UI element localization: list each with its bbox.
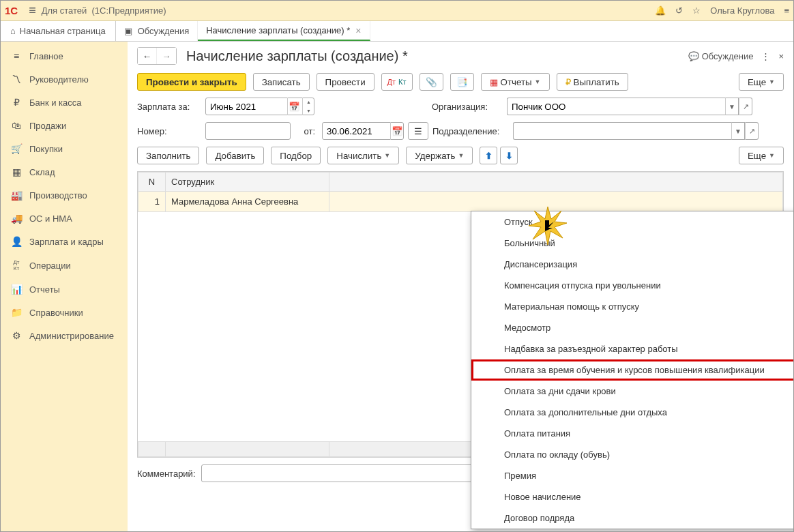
logo-1c: 1C [5, 5, 18, 16]
sidebar-item-operations[interactable]: ДтКтОперации [1, 253, 128, 278]
main-icon: ≡ [10, 50, 23, 61]
tab-active[interactable]: Начисление зарплаты (создание) * × [198, 21, 370, 41]
sidebar-item-production[interactable]: 🏭Производство [1, 183, 128, 207]
star-icon[interactable]: ☆ [692, 5, 701, 16]
sidebar-item-purchases[interactable]: 🛒Покупки [1, 137, 128, 160]
dropdown-item[interactable]: Договор подряда [471, 507, 793, 529]
user-name[interactable]: Ольга Круглова [710, 5, 774, 16]
save-button[interactable]: Записать [253, 73, 310, 91]
accrue-button[interactable]: Начислить ▼ [327, 147, 399, 164]
dept-dropdown-icon[interactable]: ▼ [731, 122, 745, 140]
dept-input[interactable] [513, 122, 731, 140]
spin-down[interactable]: ▼ [303, 106, 314, 115]
dropdown-item[interactable]: Оплата за дни сдачи крови [471, 381, 793, 402]
sidebar-item-catalogs[interactable]: 📁Справочники [1, 301, 128, 324]
dropdown-item[interactable]: Премия [471, 465, 793, 486]
registers-button[interactable]: 📑 [450, 73, 474, 91]
close-page-icon[interactable]: × [778, 51, 784, 61]
table-more-button[interactable]: Еще ▼ [739, 147, 784, 164]
dropdown-item[interactable]: Новое начисление [471, 486, 793, 507]
folder-icon: 📁 [10, 307, 23, 318]
home-tab[interactable]: ⌂ Начальная страница [1, 21, 115, 41]
dropdown-item[interactable]: Диспансеризация [471, 254, 793, 275]
dropdown-item[interactable]: Оплата питания [471, 423, 793, 444]
person-icon: 👤 [10, 236, 23, 247]
dropdown-item[interactable]: Больничный [471, 233, 793, 254]
calendar-icon[interactable]: 📅 [287, 98, 301, 115]
col-n[interactable]: N [138, 173, 166, 192]
post-button[interactable]: Провести [317, 73, 374, 91]
sidebar-item-reports[interactable]: 📊Отчеты [1, 278, 128, 301]
sidebar-item-main[interactable]: ≡Главное [1, 44, 128, 68]
reports-button[interactable]: ▦ Отчеты ▼ [481, 73, 550, 91]
history-icon[interactable]: ↺ [675, 5, 683, 16]
col-extra[interactable] [329, 173, 783, 192]
org-dropdown-icon[interactable]: ▼ [725, 98, 739, 115]
comment-label: Комментарий: [137, 469, 196, 479]
back-button[interactable]: ← [138, 48, 157, 64]
date-calendar-icon[interactable]: 📅 [390, 122, 404, 140]
move-up-button[interactable]: ⬆ [480, 147, 497, 164]
home-icon: ⌂ [10, 26, 16, 36]
sidebar-item-warehouse[interactable]: ▦Склад [1, 160, 128, 183]
content: ← → Начисление зарплаты (создание) * 💬 О… [128, 42, 793, 531]
org-input[interactable] [507, 98, 725, 115]
dropdown-item[interactable]: Оплата за время обучения и курсов повыше… [471, 359, 793, 381]
forward-button[interactable]: → [157, 48, 176, 64]
pick-button[interactable]: Подбор [271, 147, 321, 164]
tab-active-label: Начисление зарплаты (создание) * [206, 25, 350, 35]
dropdown-item[interactable]: Отпуск [471, 211, 793, 233]
discussions-icon: ▣ [124, 26, 132, 36]
sidebar-item-bank[interactable]: ₽Банк и касса [1, 91, 128, 114]
org-label: Организация: [432, 102, 500, 112]
home-tab-label: Начальная страница [20, 26, 106, 36]
org-open-icon[interactable]: ↗ [739, 98, 752, 115]
hamburger-icon[interactable]: ≡ [29, 3, 36, 18]
dropdown-item[interactable]: Компенсация отпуска при увольнении [471, 275, 793, 296]
move-down-button[interactable]: ⬇ [500, 147, 518, 164]
dtkt-icon: ДтКт [10, 259, 23, 271]
from-label: от: [295, 126, 315, 136]
sidebar-item-sales[interactable]: 🛍Продажи [1, 114, 128, 137]
show-button[interactable]: ☰ [408, 122, 428, 140]
discussion-button[interactable]: 💬 Обсуждение [688, 51, 753, 61]
accrue-dropdown: ОтпускБольничныйДиспансеризацияКомпенсац… [471, 211, 793, 529]
chart-icon: 📊 [10, 284, 23, 295]
fill-button[interactable]: Заполнить [137, 147, 199, 164]
sidebar-item-assets[interactable]: 🚚ОС и НМА [1, 207, 128, 230]
sidebar-item-admin[interactable]: ⚙Администрирование [1, 324, 128, 347]
tab-discussions-label: Обсуждения [138, 26, 190, 36]
user-menu-icon[interactable]: ≡ [784, 5, 789, 16]
number-label: Номер: [137, 126, 198, 136]
pay-button[interactable]: ₽ Выплатить [557, 73, 628, 91]
number-input[interactable] [205, 122, 291, 140]
spin-up[interactable]: ▲ [303, 98, 314, 106]
page-title: Начисление зарплаты (создание) * [186, 48, 688, 64]
close-icon[interactable]: × [355, 25, 361, 36]
col-employee[interactable]: Сотрудник [166, 173, 329, 192]
ruble-icon: ₽ [10, 97, 23, 108]
table-row[interactable]: 1 Мармеладова Анна Сергеевна [138, 192, 783, 212]
sidebar-item-manager[interactable]: 〽Руководителю [1, 68, 128, 91]
kebab-icon[interactable]: ⋮ [761, 51, 770, 61]
post-close-button[interactable]: Провести и закрыть [137, 73, 246, 91]
dropdown-item[interactable]: Медосмотр [471, 317, 793, 338]
dept-label: Подразделение: [432, 126, 506, 136]
more-button[interactable]: Еще ▼ [739, 73, 784, 91]
withhold-button[interactable]: Удержать ▼ [406, 147, 473, 164]
attach-button[interactable]: 📎 [420, 73, 443, 91]
dropdown-item[interactable]: Надбавка за разъездной характер работы [471, 338, 793, 359]
manager-icon: 〽 [10, 74, 23, 85]
add-button[interactable]: Добавить [206, 147, 264, 164]
sidebar: ≡Главное 〽Руководителю ₽Банк и касса 🛍Пр… [1, 42, 128, 531]
bell-icon[interactable]: 🔔 [655, 5, 666, 16]
dropdown-item[interactable]: Оплата за дополнительные дни отдыха [471, 402, 793, 423]
app-title: Для статей [42, 5, 87, 16]
dropdown-item[interactable]: Материальная помощь к отпуску [471, 296, 793, 317]
tab-discussions[interactable]: ▣ Обсуждения [116, 21, 198, 41]
dropdown-item[interactable]: Оплата по окладу (обувь) [471, 444, 793, 465]
dept-open-icon[interactable]: ↗ [745, 122, 759, 140]
dtkt-button[interactable]: ДтКт [381, 73, 413, 91]
sidebar-item-salary[interactable]: 👤Зарплата и кадры [1, 230, 128, 253]
tabbar: ⌂ Начальная страница ▣ Обсуждения Начисл… [1, 21, 793, 42]
